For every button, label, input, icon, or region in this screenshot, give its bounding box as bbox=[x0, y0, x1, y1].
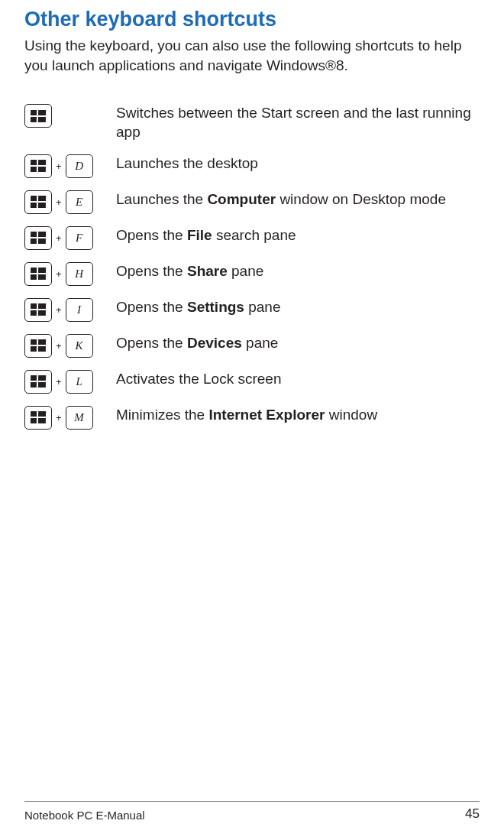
shortcut-row: Switches between the Start screen and th… bbox=[24, 102, 480, 141]
description-text: Minimizes the bbox=[116, 407, 208, 423]
description-bold: Computer bbox=[207, 191, 276, 207]
key-label: F bbox=[76, 232, 82, 245]
windows-key bbox=[24, 370, 52, 394]
letter-key: E bbox=[66, 190, 93, 214]
description-bold: Devices bbox=[187, 335, 242, 351]
key-label: I bbox=[77, 303, 81, 316]
plus-separator: + bbox=[56, 412, 62, 423]
shortcut-description: Launches the Computer window on Desktop … bbox=[116, 189, 446, 209]
key-label: H bbox=[75, 268, 83, 281]
shortcut-row: +ELaunches the Computer window on Deskto… bbox=[24, 189, 480, 214]
key-label: E bbox=[76, 196, 82, 209]
letter-key: L bbox=[66, 370, 93, 394]
shortcut-description: Switches between the Start screen and th… bbox=[116, 102, 480, 141]
shortcut-keys: +E bbox=[24, 190, 116, 214]
plus-separator: + bbox=[56, 304, 62, 316]
description-text: Opens the bbox=[116, 227, 187, 243]
description-text: Launches the bbox=[116, 191, 207, 207]
description-text: window bbox=[325, 407, 377, 423]
windows-logo-icon bbox=[31, 375, 46, 388]
letter-key: M bbox=[66, 406, 93, 430]
shortcut-keys: +D bbox=[24, 154, 116, 178]
key-label: M bbox=[74, 411, 84, 424]
intro-text: Using the keyboard, you can also use the… bbox=[24, 36, 480, 75]
key-label: L bbox=[76, 375, 82, 388]
windows-logo-icon bbox=[31, 196, 46, 208]
shortcut-description: Activates the Lock screen bbox=[116, 368, 282, 389]
description-text: Switches between the Start screen and th… bbox=[116, 105, 471, 140]
description-text: pane bbox=[242, 335, 279, 351]
shortcut-keys: +F bbox=[24, 226, 116, 250]
letter-key: H bbox=[66, 262, 93, 286]
description-bold: File bbox=[187, 227, 212, 243]
description-text: Activates the Lock screen bbox=[116, 371, 282, 387]
section-heading: Other keyboard shortcuts bbox=[24, 8, 480, 31]
shortcut-description: Launches the desktop bbox=[116, 153, 258, 174]
plus-separator: + bbox=[56, 161, 62, 172]
description-text: Opens the bbox=[116, 263, 187, 279]
windows-key bbox=[24, 226, 52, 250]
windows-logo-icon bbox=[31, 303, 46, 316]
letter-key: I bbox=[66, 298, 93, 322]
shortcut-row: +FOpens the File search pane bbox=[24, 225, 480, 250]
description-text: Opens the bbox=[116, 335, 187, 351]
shortcut-keys bbox=[24, 104, 116, 128]
shortcut-description: Minimizes the Internet Explorer window bbox=[116, 404, 377, 425]
letter-key: K bbox=[66, 334, 93, 358]
plus-separator: + bbox=[56, 268, 62, 280]
plus-separator: + bbox=[56, 340, 62, 352]
windows-logo-icon bbox=[31, 411, 46, 423]
shortcut-keys: +M bbox=[24, 406, 116, 430]
windows-logo-icon bbox=[31, 160, 46, 172]
windows-key bbox=[24, 154, 52, 178]
windows-logo-icon bbox=[31, 110, 46, 122]
shortcut-keys: +K bbox=[24, 334, 116, 358]
windows-key bbox=[24, 262, 52, 286]
key-label: K bbox=[76, 339, 83, 352]
shortcut-keys: +H bbox=[24, 262, 116, 286]
footer-page-number: 45 bbox=[465, 806, 480, 822]
description-text: pane bbox=[228, 263, 264, 279]
windows-key bbox=[24, 104, 52, 128]
description-text: window on Desktop mode bbox=[276, 191, 446, 207]
plus-separator: + bbox=[56, 232, 62, 244]
footer-title: Notebook PC E-Manual bbox=[24, 809, 145, 822]
windows-logo-icon bbox=[31, 232, 46, 244]
shortcut-list: Switches between the Start screen and th… bbox=[24, 102, 480, 439]
windows-logo-icon bbox=[31, 268, 46, 280]
description-text: search pane bbox=[212, 227, 296, 243]
plus-separator: + bbox=[56, 376, 62, 388]
description-bold: Share bbox=[187, 263, 228, 279]
windows-key bbox=[24, 298, 52, 322]
windows-key bbox=[24, 190, 52, 214]
shortcut-keys: +I bbox=[24, 298, 116, 322]
description-bold: Internet Explorer bbox=[208, 407, 325, 423]
page-footer: Notebook PC E-Manual 45 bbox=[24, 801, 480, 822]
shortcut-row: +DLaunches the desktop bbox=[24, 153, 480, 178]
shortcut-description: Opens the Devices pane bbox=[116, 332, 278, 353]
windows-key bbox=[24, 406, 52, 430]
shortcut-description: Opens the Settings pane bbox=[116, 297, 280, 317]
shortcut-description: Opens the Share pane bbox=[116, 261, 263, 281]
windows-logo-icon bbox=[31, 339, 46, 352]
description-text: Launches the desktop bbox=[116, 155, 258, 171]
key-label: D bbox=[75, 160, 83, 173]
plus-separator: + bbox=[56, 196, 62, 208]
windows-key bbox=[24, 334, 52, 358]
shortcut-row: +IOpens the Settings pane bbox=[24, 297, 480, 322]
shortcut-row: +LActivates the Lock screen bbox=[24, 368, 480, 394]
shortcut-keys: +L bbox=[24, 370, 116, 394]
shortcut-description: Opens the File search pane bbox=[116, 225, 296, 245]
shortcut-row: +MMinimizes the Internet Explorer window bbox=[24, 404, 480, 430]
shortcut-row: +HOpens the Share pane bbox=[24, 261, 480, 286]
description-text: pane bbox=[244, 299, 281, 315]
letter-key: D bbox=[66, 154, 93, 178]
letter-key: F bbox=[66, 226, 93, 250]
description-bold: Settings bbox=[187, 299, 244, 315]
description-text: Opens the bbox=[116, 299, 187, 315]
shortcut-row: +KOpens the Devices pane bbox=[24, 332, 480, 358]
